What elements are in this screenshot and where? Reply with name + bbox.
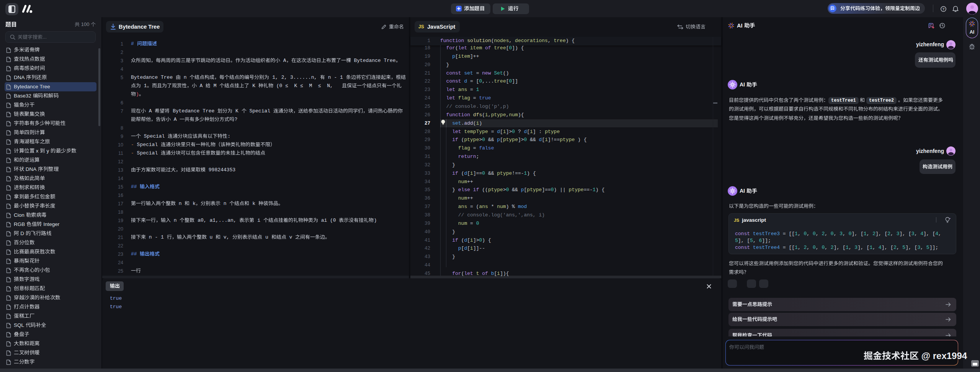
svg-text:?: ? — [942, 7, 945, 11]
